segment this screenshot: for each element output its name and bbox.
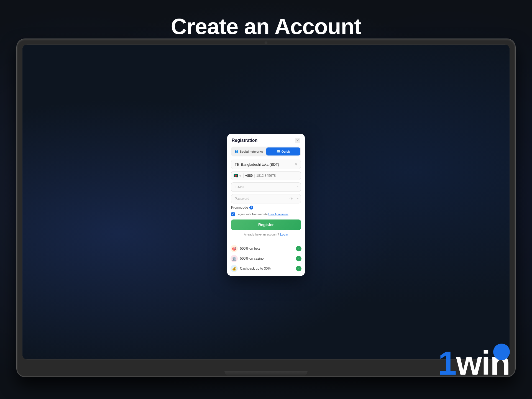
- bonus-item-cashback: 💰 Cashback up to 30% ✓: [231, 264, 301, 273]
- bonus-item-bets: 🎯 500% on bets ✓: [231, 244, 301, 254]
- bonus-check-casino: ✓: [296, 256, 301, 261]
- bonus-check-bets: ✓: [296, 246, 301, 251]
- login-row: Already have an account? Login: [231, 233, 301, 236]
- phone-flag-selector[interactable]: 🇧🇩 ∨: [231, 173, 244, 178]
- bonus-text-cashback: Cashback up to 30%: [240, 267, 271, 270]
- currency-symbol: Tk: [235, 162, 239, 167]
- phone-code: +880: [244, 174, 255, 178]
- agreement-text: I agree with 1win website User Agreement: [237, 213, 288, 216]
- bonus-text-bets: 500% on bets: [240, 247, 260, 250]
- agreement-checkbox[interactable]: ✓: [231, 212, 235, 216]
- phone-input-row: 🇧🇩 ∨ +880 •: [231, 171, 301, 180]
- webcam: [265, 42, 267, 44]
- modal-header: Registration ×: [227, 134, 305, 143]
- logo-one: 1: [438, 344, 456, 382]
- tab-bar: 👥 Social networks ✉️ Quick: [231, 147, 301, 156]
- bonus-text-casino: 500% on casino: [240, 257, 264, 260]
- bonus-section: 🎯 500% on bets ✓ 🏛️ 500% on casino ✓: [227, 241, 305, 276]
- tab-quick[interactable]: ✉️ Quick: [266, 147, 300, 155]
- bonus-left-cashback: 💰 Cashback up to 30%: [231, 265, 271, 272]
- currency-label: Bangladeshi taka (BDT): [241, 162, 279, 167]
- chevron-down-icon: ∨: [295, 162, 297, 166]
- bonus-left-bets: 🎯 500% on bets: [231, 245, 260, 252]
- password-input-row: 👁 •: [231, 194, 301, 203]
- currency-selector[interactable]: Tk Bangladeshi taka (BDT) ∨: [231, 160, 301, 169]
- tab-social-networks[interactable]: 👥 Social networks: [232, 147, 266, 155]
- flag-chevron-icon: ∨: [239, 174, 241, 177]
- email-icon: ✉️: [277, 150, 280, 153]
- modal-body: Tk Bangladeshi taka (BDT) ∨ 🇧🇩 ∨ +880: [227, 160, 305, 241]
- password-required-icon: •: [295, 197, 301, 201]
- page-title: Create an Account: [0, 14, 532, 39]
- modal-wrapper: Registration × 👥 Social networks ✉️ Quic…: [227, 134, 305, 276]
- password-eye-icon[interactable]: 👁: [287, 197, 295, 201]
- bonus-check-cashback: ✓: [296, 266, 301, 271]
- login-link[interactable]: Login: [280, 233, 288, 236]
- registration-modal: Registration × 👥 Social networks ✉️ Quic…: [227, 134, 305, 276]
- bonus-icon-bets: 🎯: [231, 245, 238, 252]
- password-input[interactable]: [231, 194, 287, 203]
- laptop-body: Registration × 👥 Social networks ✉️ Quic…: [17, 39, 515, 377]
- logo-dot: [493, 344, 510, 360]
- phone-input[interactable]: [255, 172, 300, 180]
- promocode-row: Promocode i: [231, 206, 301, 209]
- modal-title: Registration: [232, 138, 257, 143]
- register-button[interactable]: Register: [231, 219, 301, 230]
- bonus-left-casino: 🏛️ 500% on casino: [231, 255, 264, 262]
- bonus-icon-casino: 🏛️: [231, 255, 238, 262]
- promocode-info-icon[interactable]: i: [249, 206, 253, 209]
- laptop-container: Registration × 👥 Social networks ✉️ Quic…: [17, 39, 515, 377]
- user-agreement-link[interactable]: User Agreement: [268, 213, 288, 216]
- agreement-row: ✓ I agree with 1win website User Agreeme…: [231, 212, 301, 216]
- email-input[interactable]: [231, 183, 295, 191]
- email-required-icon: •: [295, 185, 301, 189]
- currency-left: Tk Bangladeshi taka (BDT): [235, 162, 279, 167]
- bonus-icon-cashback: 💰: [231, 265, 238, 272]
- close-button[interactable]: ×: [295, 138, 300, 143]
- promocode-label: Promocode: [231, 206, 248, 209]
- email-input-row: •: [231, 182, 301, 192]
- laptop-screen: Registration × 👥 Social networks ✉️ Quic…: [22, 44, 510, 360]
- laptop-stand: [224, 371, 308, 376]
- social-icon: 👥: [235, 150, 239, 153]
- flag-icon: 🇧🇩: [234, 173, 238, 178]
- bonus-item-casino: 🏛️ 500% on casino ✓: [231, 254, 301, 264]
- onewin-logo: 1win: [438, 346, 510, 380]
- phone-eye-icon[interactable]: •: [300, 174, 301, 178]
